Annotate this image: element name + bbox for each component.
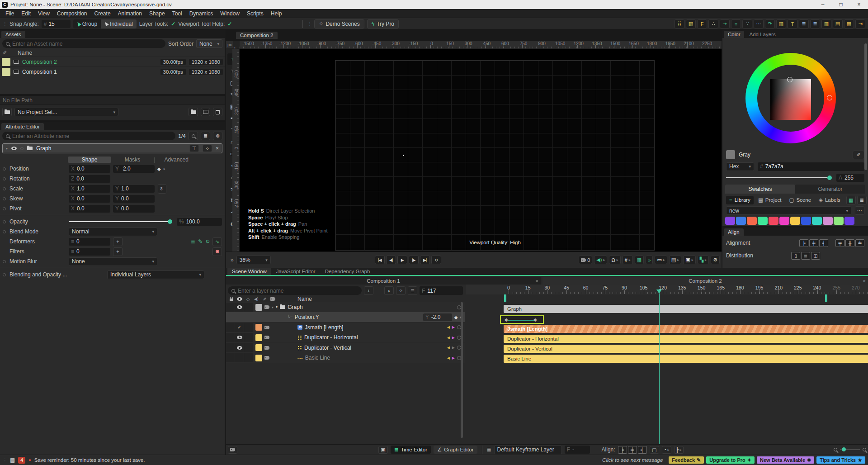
keyframe-diamond-icon[interactable]: ◆ [454,315,458,320]
horizontal-ruler[interactable]: -1500-1350-1200-1050-900-750-600-450-300… [240,41,722,49]
audio-button[interactable]: ◀)▸ [594,256,607,264]
viewport-settings-button[interactable]: ⚙ [711,256,720,264]
individual-mode-button[interactable]: Individual [101,19,137,28]
add-to-list-button[interactable]: ≣ [201,132,210,140]
visibility-eye-icon[interactable] [11,147,17,150]
tab-add-layers[interactable]: Add Layers [745,31,779,38]
tag-icon[interactable] [264,336,269,339]
dropdown-arrow-icon[interactable]: ▸ [663,258,665,262]
add-layer-button[interactable]: + [364,286,373,295]
next-frame-button[interactable]: |▶ [409,256,419,264]
text-align-left-icon[interactable]: ≣ [799,19,809,28]
layer-list-scrollbar[interactable] [461,302,463,438]
filters-count[interactable]: ≡0 [69,248,110,256]
palette-swatch-9[interactable] [823,217,833,225]
layer-row-graph[interactable]: ▾•Graph [226,302,465,312]
layer-color-swatch[interactable] [255,344,262,351]
node-tree-icon[interactable]: ∵ [742,19,752,28]
layer-cell[interactable] [235,343,244,352]
layer-row-position-y[interactable]: └┈Position.YY-2.0◆▸ [226,312,465,322]
layout-button[interactable]: ▦ [635,256,644,264]
asset-row-composition-2[interactable]: Composition 230.00fps1920 x 1080 [0,57,225,66]
visibility-eye-icon[interactable] [237,346,242,350]
collapse-chevron-icon[interactable]: ▾ [6,147,8,151]
timeline-bar-duplicator-horizontal[interactable]: Duplicator - Horizontal [504,335,868,343]
tag-icon[interactable] [264,356,269,360]
keyframe-flag-yellow[interactable]: ◀ [447,346,450,350]
distribute-horizontal-button[interactable]: ▯ [791,252,800,260]
keyframe-flag-yellow[interactable]: ◀ [447,336,450,340]
palette-options-button[interactable]: ⋯ [855,206,864,215]
color-mode-select[interactable]: Hex▾ [726,162,754,171]
layer-cell[interactable] [244,323,253,332]
palette-swatch-11[interactable] [844,217,854,225]
expand-chevron-icon[interactable]: ▾ [272,305,274,309]
keyframe-flag-gray[interactable]: ▶ [452,346,455,350]
attr-circle[interactable] [3,197,6,200]
keyframe-flag-purple[interactable]: ▶ [452,325,455,329]
palette-swatch-6[interactable] [790,217,800,225]
layer-search-input[interactable] [228,286,362,295]
keyframe-flag-yellow[interactable]: ◀ [447,325,450,329]
attr-tab-advanced[interactable]: Advanced [157,157,196,163]
attr-field-pivot-y[interactable]: Y0.0 [113,205,155,213]
work-area-in-marker[interactable] [504,294,506,302]
dropdown-arrow-icon[interactable]: ▸ [705,258,707,262]
close-node-icon[interactable]: × [216,145,219,152]
clear-search-button[interactable]: ⊗ [213,132,222,140]
filter-settings-button[interactable]: ≣ [408,286,417,295]
export-box-icon[interactable]: ⇥ [855,19,865,28]
attr-field-scale-y[interactable]: Y1.0 [113,185,155,193]
playhead-handle[interactable] [656,289,662,294]
attr-field-skew-x[interactable]: X0.0 [69,195,110,203]
layer-tools-checkbox[interactable]: ✓ [171,21,175,27]
curve-icon[interactable]: ✎ [198,238,203,245]
align-left-button[interactable]: ╞ [799,239,808,247]
attribute-search-input[interactable] [2,132,175,140]
palette-swatch-2[interactable] [747,217,757,225]
hue-handle[interactable] [827,95,832,100]
graph-editor-button[interactable]: ∠ Graph Editor [434,446,477,454]
hex-input[interactable]: #7a7a7a [758,162,864,171]
motion-blur-select[interactable]: None▾ [69,257,157,266]
layer-cell[interactable] [226,323,235,332]
grid-dots-icon[interactable]: ⣿ [675,19,684,28]
editor-frame-field[interactable]: F- [565,446,590,454]
palette-swatch-4[interactable] [769,217,778,225]
attr-circle[interactable] [3,177,6,180]
more-dots-icon[interactable]: ⁘ [203,145,212,152]
layer-row-duplicator-vertical[interactable]: Duplicator - Vertical◀▶ [226,343,465,353]
snap-angle-input[interactable]: # [42,20,71,28]
timeline-bar-basic-line[interactable]: Basic Line [504,355,868,363]
layer-cell[interactable] [235,303,244,312]
layer-search-field[interactable] [238,288,358,294]
tab-attribute-editor[interactable]: Attribute Editor [1,123,44,130]
keyframe-diamond-icon[interactable]: ◆ [157,166,161,171]
toolbar-drag-handle-2[interactable]: ⋮ [307,21,311,26]
align-center-button[interactable]: ╪ [809,239,818,247]
timeline-bar-jsmath-length[interactable]: Jsmath [Length] [504,325,868,333]
pivot-point[interactable] [403,155,404,156]
keyframe-flag-yellow[interactable]: ◀ [447,356,450,360]
attr-circle[interactable] [3,230,6,233]
skip-end-button[interactable]: ▶| [420,256,430,264]
frame-button[interactable] [201,108,210,116]
opacity-field[interactable]: %100.0 [177,218,222,226]
tab-dependency-graph[interactable]: Dependency Graph [321,268,375,275]
work-area-out-marker[interactable] [825,294,827,302]
attr-field-scale-x[interactable]: X1.0 [69,185,110,193]
tab-color[interactable]: Color [724,31,744,38]
loop-button[interactable]: ↻ [431,256,441,264]
time-editor-button[interactable]: ≣ Time Editor [391,446,431,454]
keyframe-selection-box[interactable]: ◆◆ [500,315,544,324]
close-button[interactable]: × [850,1,868,8]
skip-start-button[interactable]: |◀ [375,256,385,264]
pin-icon[interactable]: T [788,19,797,28]
menu-edit[interactable]: Edit [18,10,34,17]
layer-cell[interactable] [244,333,253,342]
attr-tab-shape[interactable]: Shape [68,157,111,163]
attr-circle[interactable] [3,187,6,190]
snap-keys-button[interactable]: ┣▸ [674,446,684,454]
layer-row-basic-line[interactable]: –•–Basic Line◀▶ [226,353,465,363]
tab-javascript-editor[interactable]: JavaScript Editor [272,268,320,275]
